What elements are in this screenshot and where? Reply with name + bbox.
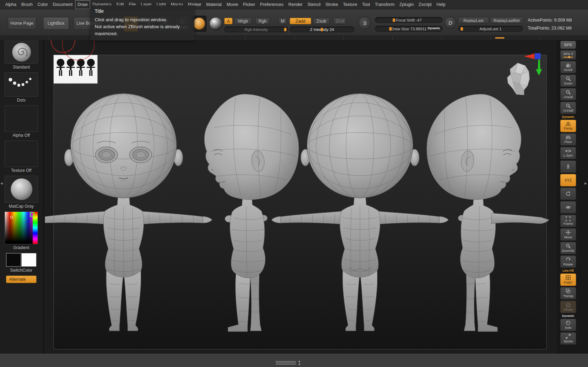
rgb-intensity-handle (284, 28, 287, 31)
menu-transform[interactable]: Transform (373, 0, 397, 9)
menu-stroke[interactable]: Stroke (323, 0, 340, 9)
color-sv-area[interactable] (5, 212, 33, 244)
menu-preferences[interactable]: Preferences (258, 0, 286, 9)
menu-help[interactable]: Help (434, 0, 448, 9)
floor-button[interactable]: Floor (560, 133, 576, 146)
lightbox-button[interactable]: LightBox (43, 17, 69, 30)
rotate-circle-icon (566, 257, 571, 262)
menu-document[interactable]: Document (50, 0, 75, 9)
z-axis-square-icon (535, 53, 541, 59)
scroll-button[interactable]: Scroll (560, 61, 576, 73)
aahalf-button[interactable]: AAHalf (560, 102, 576, 114)
menu-texture[interactable]: Texture (340, 0, 360, 9)
menu-render[interactable]: Render (286, 0, 305, 9)
menu-zscript[interactable]: Zscript (416, 0, 434, 9)
move-canvas-button[interactable]: Move (560, 228, 576, 241)
lsym-button[interactable]: L.Sym (560, 147, 576, 159)
draw-size-slider[interactable]: Draw Size 73.88911 Dynamic (375, 26, 442, 32)
xyz-button[interactable]: XYZ (560, 174, 576, 186)
rgb-button[interactable]: Rgb (255, 18, 270, 24)
menu-alpha[interactable]: Alpha (3, 0, 19, 9)
a-button[interactable]: A (224, 18, 233, 24)
focal-shift-slider[interactable]: Focal Shift -47 (375, 17, 442, 23)
spix-button[interactable]: SPix 3 (560, 50, 576, 60)
tooltip: Title Click and drag to reposition windo… (90, 5, 195, 40)
y-orbit-button[interactable] (560, 188, 576, 200)
current-texture-button[interactable] (5, 141, 38, 167)
hand-icon (566, 63, 571, 67)
sculpt-canvas[interactable] (45, 40, 557, 354)
menu-picker[interactable]: Picker (241, 0, 258, 9)
brush-sphere-icon (193, 18, 205, 30)
transp-label: Transp (563, 294, 573, 298)
adjust-last-slider[interactable]: AdjustLast 1 (458, 26, 523, 32)
shelf-scroll-strip[interactable] (0, 36, 588, 40)
top-shelf: Home Page LightBox Live Boolean Edit Dra… (0, 9, 588, 36)
main-color-swatch[interactable] (6, 253, 21, 267)
color-marker (10, 216, 13, 218)
menu-brush[interactable]: Brush (19, 0, 35, 9)
rotate-canvas-button[interactable]: Rotate (560, 255, 576, 268)
canvas-step-arrows[interactable]: ▲▼ (298, 360, 301, 366)
menu-draw[interactable]: Draw (75, 0, 90, 9)
shelf-scroll-indicator[interactable] (495, 37, 504, 39)
m-button[interactable]: M (279, 18, 287, 24)
transp-button[interactable]: Transp (560, 287, 576, 300)
color-picker[interactable] (5, 212, 38, 244)
xpose-button[interactable]: Xpose (560, 332, 576, 345)
replay-last-rel-button[interactable]: ReplayLastRel (490, 17, 523, 24)
zsub-button[interactable]: Zsub (313, 18, 330, 24)
menu-material[interactable]: Material (204, 0, 224, 9)
menu-color[interactable]: Color (35, 0, 50, 9)
frame-corners-icon (566, 216, 571, 221)
bpr-button[interactable]: BPR (560, 41, 576, 49)
lsym-label: L.Sym (564, 153, 573, 157)
actual-button[interactable]: Actual (560, 88, 576, 101)
adjust-last-handle (461, 27, 463, 31)
menu-movie[interactable]: Movie (224, 0, 241, 9)
menu-zplugin[interactable]: Zplugin (397, 0, 416, 9)
rgb-intensity-slider[interactable]: Rgb Intensity (224, 26, 288, 32)
zcut-button[interactable]: Zcut (334, 18, 346, 24)
dynamic-mode-button[interactable]: D (445, 17, 456, 29)
home-page-button[interactable]: Home Page (8, 17, 36, 30)
current-stroke-button[interactable] (5, 72, 38, 97)
zoom3d-button[interactable]: Zoom3D (560, 242, 576, 254)
alternate-button[interactable]: Alternate (6, 276, 37, 283)
frame-button[interactable]: Frame (560, 215, 576, 227)
persp-button[interactable]: Persp (560, 120, 576, 132)
persp-grid-icon (565, 122, 571, 126)
zoom-button[interactable]: Zoom (560, 74, 576, 87)
stroke-curve-icon: S (363, 20, 367, 26)
current-material-thumbnail[interactable] (209, 17, 222, 30)
total-points-readout: TotalPoints: 23.062 Mil (528, 26, 572, 31)
local-transform-button[interactable] (560, 160, 576, 173)
menu-tool[interactable]: Tool (360, 0, 373, 9)
focal-shift-handle (393, 18, 395, 22)
polyf-button[interactable]: PolyF (560, 273, 576, 286)
y-axis-stem-icon (538, 59, 540, 69)
bottom-bar: ▲▼ (0, 354, 588, 367)
mrgb-button[interactable]: Mrgb (234, 18, 252, 24)
z-intensity-slider[interactable]: Z Intensity 24 (290, 26, 354, 32)
pose-figure-icon (566, 164, 571, 169)
ghost-button[interactable]: Ghost (560, 301, 576, 313)
zoom3d-label: Zoom3D (562, 249, 574, 253)
move-canvas-label: Move (564, 235, 572, 239)
menu-stencil[interactable]: Stencil (305, 0, 323, 9)
focal-shift-label: Focal Shift -47 (396, 18, 422, 22)
stroke-picker-button[interactable]: S (359, 17, 371, 29)
horizontal-scrollbar[interactable] (276, 361, 296, 365)
current-brush-button[interactable] (5, 41, 38, 64)
zadd-button[interactable]: Zadd (290, 18, 311, 24)
solo-button[interactable]: Solo (560, 319, 576, 331)
secondary-color-swatch[interactable] (21, 253, 37, 267)
bpr-label: BPR (564, 43, 572, 47)
right-tray-collapse-arrow[interactable]: ▶ (585, 182, 587, 185)
replay-last-button[interactable]: ReplayLast (458, 17, 489, 24)
z-orbit-button[interactable] (560, 201, 576, 214)
draw-size-handle (389, 27, 392, 31)
current-alpha-button[interactable] (5, 105, 38, 132)
left-tray-collapse-arrow[interactable]: ◀ (0, 182, 3, 185)
current-material-button[interactable] (5, 176, 38, 203)
